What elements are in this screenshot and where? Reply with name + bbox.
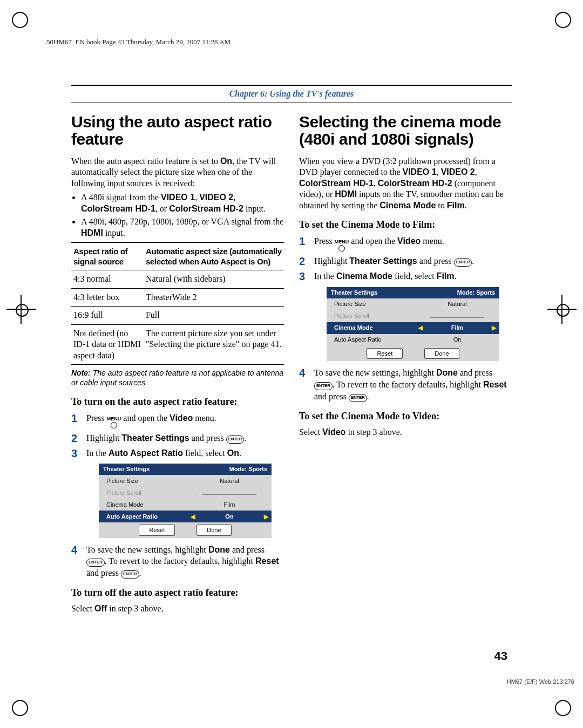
section-heading: Using the auto aspect ratio feature	[71, 113, 284, 148]
table-cell: Full	[144, 307, 284, 324]
osd-value: Film	[187, 501, 272, 509]
osd-value	[187, 489, 272, 497]
step: To save the new settings, highlight Done…	[299, 367, 512, 402]
table-cell: 4:3 letter box	[71, 288, 144, 306]
text: and press	[314, 392, 349, 401]
osd-row-disabled: Picture Scroll	[99, 487, 272, 499]
osd-label: Picture Size	[327, 300, 415, 308]
ui-term: On	[227, 448, 239, 458]
osd-row: Auto Aspect RatioOn	[327, 334, 499, 346]
ui-term: ColorStream HD-2	[378, 179, 452, 188]
text: In the	[314, 271, 336, 281]
crop-mark	[12, 700, 28, 716]
crop-mark	[555, 12, 571, 28]
osd-label: Picture Scroll	[327, 312, 415, 320]
text: and press	[86, 568, 121, 577]
text: field, select	[183, 448, 227, 458]
ui-term: Theater Settings	[349, 256, 417, 266]
procedure-heading: To set the Cinema Mode to Video:	[299, 410, 512, 423]
right-column: Selecting the cinema mode (480i and 1080…	[299, 113, 512, 618]
body-text: Select Off in step 3 above.	[71, 603, 284, 614]
ui-term: ColorStream HD-1	[81, 204, 155, 213]
osd-row: Picture SizeNatural	[99, 475, 272, 487]
text: and press	[230, 545, 265, 554]
running-header: 50HM67_EN book Page 43 Thursday, March 2…	[46, 38, 231, 46]
text: and open the	[349, 236, 397, 246]
enter-button-icon: ENTER	[121, 570, 139, 579]
slider-icon	[202, 494, 256, 495]
text: , or	[155, 204, 169, 213]
step: In the Cinema Mode field, select Film. T…	[299, 270, 512, 362]
menu-button-icon: MENU	[107, 416, 121, 428]
text: On	[225, 513, 233, 520]
osd-label: Cinema Mode	[327, 324, 415, 332]
steps-list: Press MENU and open the Video menu. High…	[299, 235, 512, 402]
ui-term: VIDEO 1	[161, 193, 195, 202]
ui-term: Film	[437, 271, 455, 281]
osd-label: Cinema Mode	[99, 501, 187, 509]
step: Highlight Theater Settings and press ENT…	[299, 255, 512, 267]
osd-footer: Reset Done	[327, 346, 499, 362]
crop-mark	[12, 12, 28, 28]
text: Film	[451, 324, 464, 331]
osd-row: Picture SizeNatural	[327, 298, 499, 310]
osd-titlebar: Theater Settings Mode: Sports	[327, 287, 499, 298]
osd-row-disabled: Picture Scroll	[327, 310, 499, 322]
text: . To revert to the factory defaults, hig…	[105, 556, 255, 566]
enter-button-icon: ENTER	[226, 436, 245, 444]
section-heading: Selecting the cinema mode (480i and 1080…	[299, 113, 512, 148]
list-item: A 480i, 480p, 720p, 1080i, 1080p, or VGA…	[81, 216, 284, 239]
procedure-heading: To turn off the auto aspect ratio featur…	[71, 587, 284, 599]
ui-term: Cinema Mode	[379, 201, 436, 210]
right-arrow-icon: ▶	[492, 324, 496, 332]
table-row: 4:3 letter boxTheaterWide 2	[71, 288, 284, 306]
table-row: 4:3 normalNatural (with sidebars)	[71, 270, 284, 288]
ui-term: VIDEO 1	[402, 167, 436, 176]
menu-button-icon: MENU	[335, 239, 349, 251]
text: In the	[86, 448, 109, 458]
osd-value: ◀Film▶	[415, 324, 499, 332]
osd-title: Theater Settings	[331, 289, 377, 297]
osd-reset-button: Reset	[367, 348, 403, 359]
ui-term: VIDEO 2	[199, 193, 233, 202]
right-arrow-icon: ▶	[264, 513, 268, 521]
table-cell: 4:3 normal	[71, 270, 144, 288]
note-text: Note: The auto aspect ratio feature is n…	[71, 368, 284, 387]
step: In the Auto Aspect Ratio field, select O…	[71, 447, 284, 539]
text: menu.	[193, 413, 216, 423]
osd-row-selected: Cinema Mode◀Film▶	[327, 322, 499, 334]
text: Press	[86, 413, 107, 423]
text: and press	[189, 433, 226, 443]
procedure-heading: To turn on the auto aspect ratio feature…	[71, 396, 284, 408]
text: Highlight	[314, 256, 349, 266]
text: in step 3 above.	[107, 604, 163, 613]
ui-term: HDMI	[335, 189, 357, 199]
left-column: Using the auto aspect ratio feature When…	[71, 113, 284, 618]
footer-code: HM67 (E/F) Web 213:276	[507, 678, 574, 685]
body-text: When the auto aspect ratio feature is se…	[71, 156, 284, 189]
text: . To revert to the factory defaults, hig…	[333, 380, 483, 389]
osd-footer: Reset Done	[99, 522, 272, 538]
ui-term: Done	[436, 368, 458, 377]
osd-value: On	[415, 336, 499, 344]
text: To save the new settings, highlight	[86, 545, 208, 554]
text: The auto aspect ratio feature is not app…	[71, 369, 283, 387]
ui-term: ColorStream HD-2	[169, 204, 243, 213]
text: and press	[458, 368, 492, 377]
osd-theater-settings: Theater Settings Mode: Sports Picture Si…	[98, 463, 272, 539]
step: To save the new settings, highlight Done…	[71, 544, 284, 579]
osd-title: Theater Settings	[103, 465, 150, 473]
osd-reset-button: Reset	[139, 525, 175, 536]
text: input.	[103, 228, 125, 237]
slider-icon	[430, 317, 484, 318]
table-row: 16:9 fullFull	[71, 307, 284, 324]
table-header: Aspect ratio of signal source	[71, 242, 144, 270]
list-item: A 480i signal from the VIDEO 1, VIDEO 2,…	[81, 192, 284, 214]
chapter-title: Chapter 6: Using the TV's features	[0, 89, 583, 99]
body-text: When you view a DVD (3:2 pulldown proces…	[299, 156, 512, 211]
ui-term: Cinema Mode	[336, 271, 392, 281]
registration-mark	[14, 302, 28, 316]
text: When the auto aspect ratio feature is se…	[71, 157, 218, 166]
osd-label: Picture Size	[99, 477, 187, 485]
step: Press MENU and open the Video menu.	[71, 412, 284, 429]
